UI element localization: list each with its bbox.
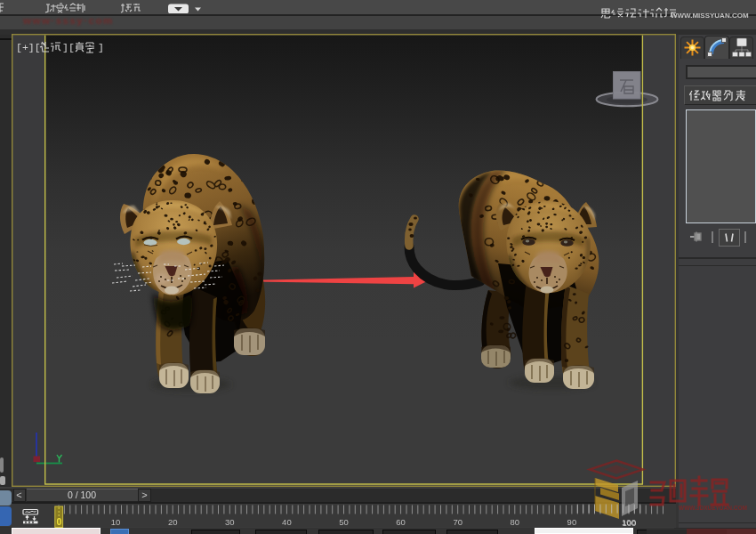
svg-text:]: ] (98, 42, 104, 53)
svg-text:20: 20 (168, 517, 178, 527)
svg-text:50: 50 (339, 517, 349, 527)
svg-text:70: 70 (453, 517, 462, 527)
svg-text:40: 40 (282, 517, 292, 527)
svg-text:30: 30 (225, 517, 235, 527)
svg-text:60: 60 (396, 517, 406, 527)
svg-text:0: 0 (56, 516, 61, 527)
svg-text:100: 100 (622, 518, 636, 528)
svg-text:][: ][ (62, 42, 75, 53)
svg-text:WWW.3DXUEYUAN.COM: WWW.3DXUEYUAN.COM (679, 505, 747, 511)
svg-text:WWW.MISSYUAN.COM: WWW.MISSYUAN.COM (671, 12, 749, 20)
svg-text:[+][: [+][ (16, 42, 41, 53)
svg-text:10: 10 (111, 517, 121, 527)
svg-text:80: 80 (511, 517, 520, 527)
